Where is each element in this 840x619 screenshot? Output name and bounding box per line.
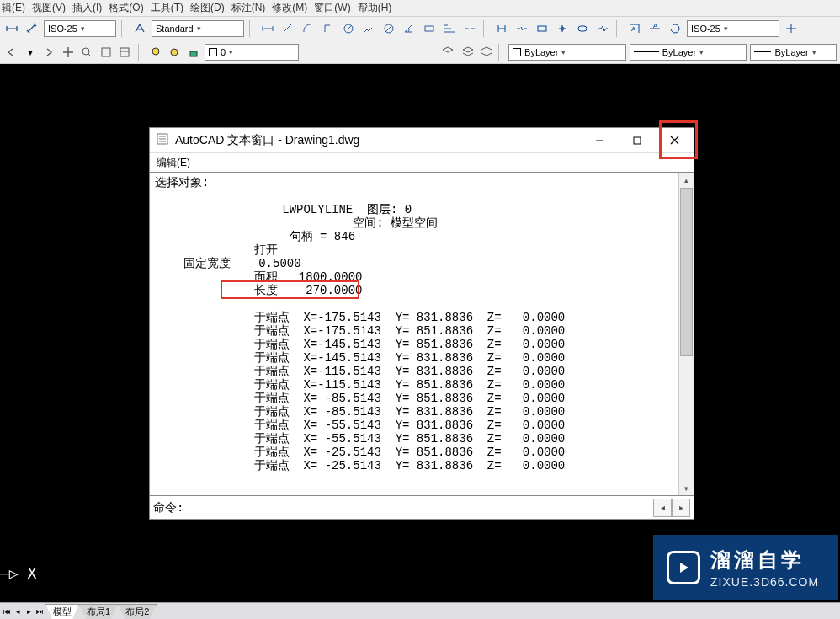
dim-edit-icon[interactable]: A (626, 20, 643, 37)
watermark: 溜溜自学 ZIXUE.3D66.COM (653, 535, 838, 600)
scrollbar-vertical[interactable]: ▴ ▾ (678, 173, 694, 495)
layer-manage-icon[interactable] (440, 44, 456, 61)
dim-arc-icon[interactable] (300, 20, 316, 37)
layer-state-icon[interactable] (478, 44, 494, 61)
minimize-button[interactable] (580, 128, 618, 152)
cmd-history-next[interactable]: ▸ (672, 499, 690, 517)
svg-text:A: A (653, 22, 658, 29)
command-bar: 命令: ◂ ▸ (150, 495, 694, 519)
undo-dropdown-icon[interactable]: ▾ (23, 44, 39, 61)
tab-layout2[interactable]: 布局2 (118, 604, 157, 619)
text-window-title: AutoCAD 文本窗口 - Drawing1.dwg (175, 133, 573, 148)
svg-point-11 (152, 48, 159, 55)
dim-continue-icon[interactable] (461, 20, 478, 37)
menu-edit[interactable]: 辑(E) (2, 1, 25, 15)
scroll-thumb[interactable] (680, 188, 693, 356)
dimstyle-current-value: ISO-25 (691, 24, 720, 34)
tab-next-icon[interactable]: ▸ (24, 605, 35, 618)
dimstyle-current-combo[interactable]: ISO-25 ▾ (687, 20, 779, 37)
text-window: AutoCAD 文本窗口 - Drawing1.dwg 编辑(E) 选择对象: … (149, 127, 694, 520)
menu-draw[interactable]: 绘图(D) (190, 1, 225, 15)
lineweight-combo[interactable]: ByLayer ▾ (750, 44, 837, 61)
tab-prev-icon[interactable]: ◂ (13, 605, 24, 618)
dim-jogged-icon[interactable] (360, 20, 377, 37)
tab-layout1[interactable]: 布局1 (79, 604, 118, 619)
inspect-icon[interactable] (574, 20, 591, 37)
menu-edit-item[interactable]: 编辑(E) (157, 156, 190, 170)
cmd-history-prev[interactable]: ◂ (653, 499, 672, 517)
svg-rect-10 (120, 48, 129, 56)
separator (483, 20, 488, 37)
menu-insert[interactable]: 插入(I) (72, 1, 102, 15)
tab-model[interactable]: 模型 (45, 604, 79, 619)
jog-linear-icon[interactable] (594, 20, 611, 37)
pan-icon[interactable] (61, 44, 77, 61)
scroll-track[interactable] (680, 187, 693, 481)
dim-textedit-icon[interactable]: A (646, 20, 663, 37)
color-combo[interactable]: ByLayer ▾ (508, 44, 626, 61)
svg-rect-3 (538, 26, 546, 31)
dim-ordinate-icon[interactable] (320, 20, 337, 37)
layer-bulb-icon[interactable] (147, 44, 163, 61)
chevron-down-icon: ▾ (229, 48, 233, 56)
play-icon (667, 551, 700, 584)
linetype-value: ByLayer (662, 47, 696, 57)
dim-diameter-icon[interactable] (380, 20, 397, 37)
menu-help[interactable]: 帮助(H) (358, 1, 392, 15)
dim-update-icon[interactable] (667, 20, 683, 37)
dim-angular-icon[interactable] (401, 20, 417, 37)
dim-space-icon[interactable] (493, 20, 510, 37)
layout-tabs: ⏮ ◂ ▸ ⏭ 模型 布局1 布局2 (0, 602, 840, 619)
tab-last-icon[interactable]: ⏭ (35, 605, 45, 618)
redo-icon[interactable] (41, 44, 57, 61)
layer-lock-icon[interactable] (185, 44, 201, 61)
quick-dim-icon[interactable] (421, 20, 438, 37)
menu-bar: 辑(E) 视图(V) 插入(I) 格式(O) 工具(T) 绘图(D) 标注(N)… (0, 0, 840, 17)
chevron-down-icon: ▾ (197, 24, 201, 33)
tolerance-icon[interactable] (534, 20, 550, 37)
menu-dimension[interactable]: 标注(N) (231, 1, 266, 15)
adcenter-icon[interactable] (98, 44, 114, 61)
scroll-up-icon[interactable]: ▴ (679, 173, 694, 187)
command-label: 命令: (153, 500, 183, 515)
textstyle-icon[interactable] (131, 20, 148, 37)
menu-format[interactable]: 格式(O) (109, 1, 143, 15)
layer-combo[interactable]: 0 ▾ (205, 44, 299, 61)
undo-icon[interactable] (3, 44, 19, 61)
layer-freeze-icon[interactable] (167, 44, 183, 61)
layer-previous-icon[interactable] (459, 44, 475, 61)
menu-window[interactable]: 窗口(W) (314, 1, 350, 15)
dim-break-icon[interactable] (513, 20, 530, 37)
dim-tool-icon[interactable] (259, 20, 276, 37)
dim-baseline-icon[interactable] (441, 20, 458, 37)
chevron-down-icon: ▾ (724, 24, 728, 33)
menu-view[interactable]: 视图(V) (32, 1, 66, 15)
tab-first-icon[interactable]: ⏮ (2, 605, 13, 618)
svg-text:A: A (631, 25, 636, 33)
text-window-content[interactable]: 选择对象: LWPOLYLINE 图层: 0 空间: 模型空间 句柄 = 846… (150, 173, 678, 495)
dimstyle-manager-icon[interactable] (783, 20, 800, 37)
text-window-menu: 编辑(E) (150, 153, 694, 172)
dimstyle-combo[interactable]: ISO-25 ▾ (44, 20, 116, 37)
dim-radius-icon[interactable] (340, 20, 357, 37)
chevron-down-icon: ▾ (699, 48, 704, 56)
dim-tool-icon[interactable] (279, 20, 296, 37)
dim-aligned-icon[interactable] (24, 20, 40, 37)
text-window-titlebar[interactable]: AutoCAD 文本窗口 - Drawing1.dwg (150, 128, 694, 153)
zoom-icon[interactable] (79, 44, 95, 61)
dim-linear-icon[interactable] (3, 20, 20, 37)
properties-icon[interactable] (117, 44, 133, 61)
menu-modify[interactable]: 修改(M) (272, 1, 307, 15)
close-button[interactable] (656, 128, 694, 152)
command-input[interactable] (189, 500, 648, 515)
maximize-button[interactable] (618, 128, 656, 152)
menu-tools[interactable]: 工具(T) (151, 1, 183, 15)
layer-value: 0 (221, 47, 226, 57)
textstyle-combo[interactable]: Standard ▾ (152, 20, 244, 37)
center-mark-icon[interactable] (554, 20, 571, 37)
svg-rect-13 (190, 51, 197, 56)
svg-rect-2 (425, 26, 433, 31)
linetype-combo[interactable]: ByLayer ▾ (630, 44, 747, 61)
scroll-down-icon[interactable]: ▾ (679, 481, 694, 495)
textstyle-value: Standard (156, 24, 194, 34)
